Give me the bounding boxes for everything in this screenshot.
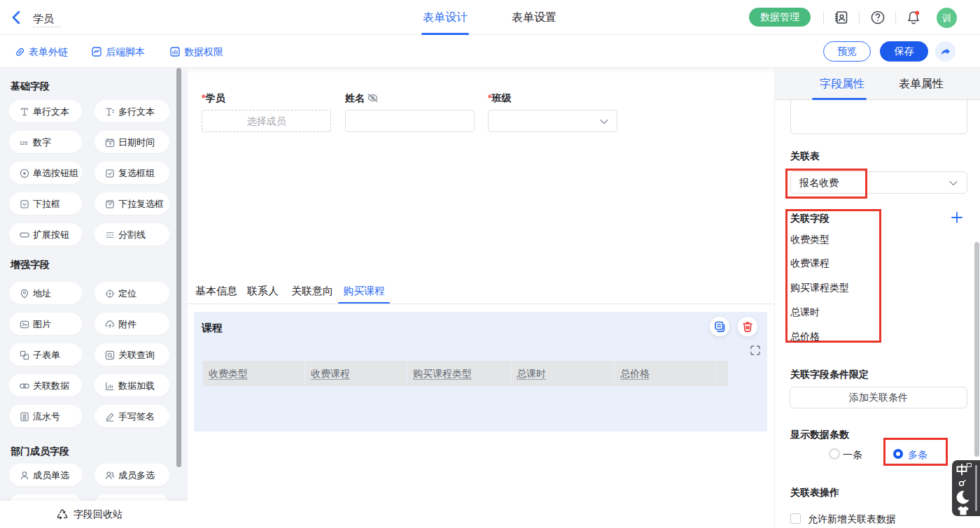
svg-text:123: 123	[20, 141, 27, 145]
